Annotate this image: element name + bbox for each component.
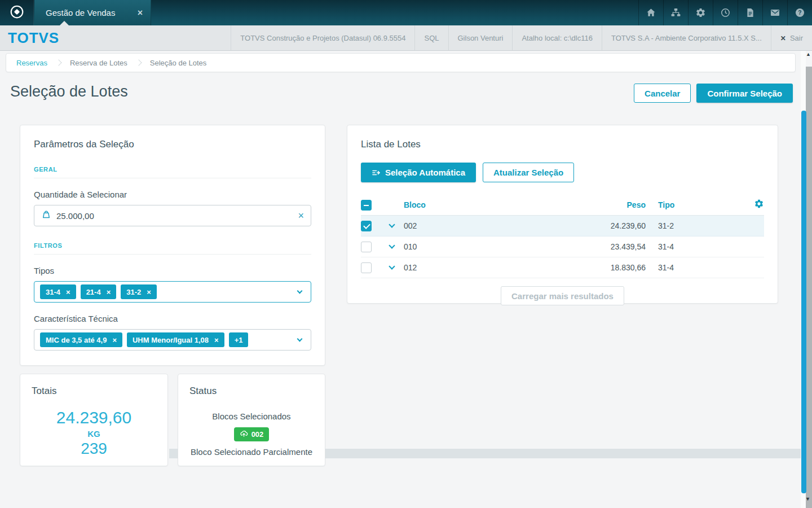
card-title: Parâmetros da Seleção [34, 139, 311, 150]
column-tipo[interactable]: Tipo [646, 200, 742, 209]
scroll-down-arrow-icon[interactable]: ▼ [805, 496, 810, 502]
remove-chip-icon[interactable] [147, 288, 151, 296]
refresh-selection-button[interactable]: Atualizar Seleção [483, 163, 574, 182]
caracteristica-multiselect[interactable]: MIC de 3,5 até 4,9 UHM Menor/Igual 1,08 … [34, 329, 311, 351]
gear-icon [695, 7, 706, 18]
chip-tipo: 21-4 [81, 284, 117, 299]
total-weight: 24.239,60 [32, 408, 156, 427]
topbar: Gestão de Vendas [0, 0, 812, 25]
clock-icon [720, 7, 731, 18]
breadcrumb-reserva-de-lotes[interactable]: Reserva de Lotes [70, 59, 127, 67]
cancel-button[interactable]: Cancelar [634, 84, 691, 103]
header-user[interactable]: Gilson Venturi [448, 25, 513, 50]
documents-button[interactable] [738, 0, 762, 25]
column-peso[interactable]: Peso [572, 200, 646, 209]
section-filters: FILTROS [34, 242, 311, 255]
chevron-down-icon[interactable] [297, 288, 303, 294]
header-database[interactable]: SQL [414, 25, 448, 50]
status-line2: Bloco Selecionado Parcialmente [189, 447, 314, 457]
auto-selection-button[interactable]: Seleção Automática [361, 163, 476, 182]
remove-chip-icon[interactable] [214, 336, 219, 344]
clear-icon[interactable] [298, 210, 304, 222]
breadcrumb-selecao-de-lotes: Seleção de Lotes [150, 59, 206, 67]
section-general: GERAL [34, 166, 311, 178]
totvs-wordmark: TOTVS [8, 29, 59, 47]
header-local-path[interactable]: Atalho local: c:\dlc116 [512, 25, 602, 50]
sitemap-icon [670, 7, 681, 18]
exit-button[interactable]: Sair [771, 25, 812, 50]
header-company[interactable]: TOTVS S.A - Ambiente Corporativo 11.5.X … [602, 25, 771, 50]
status-card: Status Blocos Selecionados 002 Bloco Sel… [178, 374, 325, 466]
chip-carac: MIC de 3,5 até 4,9 [40, 332, 122, 347]
card-title: Lista de Lotes [361, 139, 764, 150]
home-button[interactable] [638, 0, 663, 25]
breadcrumb: Reservas Reserva de Lotes Seleção de Lot… [6, 53, 796, 72]
chevron-right-icon [55, 59, 61, 65]
chip-label: MIC de 3,5 até 4,9 [46, 336, 107, 344]
cell-tipo: 31-4 [646, 263, 742, 272]
select-all-checkbox[interactable] [361, 200, 372, 211]
totals-card: Totais 24.239,60 KG 239 [20, 374, 168, 466]
scroll-up-arrow-icon[interactable]: ▲ [806, 51, 811, 57]
help-button[interactable]: ? [787, 0, 812, 25]
totvs-fluig-logo-icon [10, 5, 24, 21]
document-icon [745, 7, 756, 18]
breadcrumb-reservas[interactable]: Reservas [16, 59, 47, 67]
tab-gestao-de-vendas[interactable]: Gestão de Vendas [34, 0, 151, 25]
history-button[interactable] [713, 0, 738, 25]
quantity-input[interactable]: 25.000,00 [34, 205, 311, 226]
active-tab-indicator [60, 21, 69, 25]
exit-label: Sair [790, 34, 803, 42]
row-checkbox[interactable] [361, 242, 372, 252]
scrollbar-thumb[interactable] [801, 111, 806, 493]
chip-label: UHM Menor/Igual 1,08 [133, 336, 209, 344]
carac-label: Característica Técnica [34, 314, 311, 323]
page-actions: Cancelar Confirmar Seleção [634, 84, 793, 103]
chip-tipo: 31-4 [40, 284, 76, 299]
column-bloco[interactable]: Bloco [404, 200, 572, 209]
auto-selection-label: Seleção Automática [385, 168, 465, 177]
cell-bloco: 010 [404, 242, 572, 251]
help-icon: ? [795, 7, 805, 18]
status-badge-value: 002 [251, 430, 264, 439]
table-settings-gear-icon[interactable] [754, 199, 764, 211]
card-title: Status [189, 386, 314, 397]
app-logo-button[interactable] [0, 0, 34, 25]
tab-close-icon[interactable] [138, 8, 143, 18]
cell-bloco: 002 [404, 221, 572, 230]
topbar-icons: ? [638, 0, 812, 25]
row-checkbox[interactable] [361, 262, 372, 273]
messages-button[interactable] [762, 0, 787, 25]
row-checkbox[interactable] [361, 221, 372, 231]
cell-tipo: 31-2 [646, 221, 742, 230]
remove-chip-icon[interactable] [107, 288, 111, 296]
total-unit: KG [32, 429, 156, 439]
cell-bloco: 012 [404, 263, 572, 272]
expand-row-icon[interactable] [389, 242, 395, 248]
selection-parameters-card: Parâmetros da Seleção GERAL Quantidade à… [20, 125, 325, 366]
close-icon [780, 34, 786, 42]
svg-text:?: ? [798, 10, 801, 16]
table-row[interactable]: 012 18.830,66 31-4 [361, 257, 764, 278]
table-row[interactable]: 002 24.239,60 31-2 [361, 216, 764, 237]
cell-tipo: 31-4 [646, 242, 742, 251]
load-more-button[interactable]: Carregar mais resultados [501, 286, 624, 305]
chevron-down-icon[interactable] [297, 336, 303, 342]
header-environment[interactable]: TOTVS Construção e Projetos (Datasul) 06… [231, 25, 414, 50]
total-count: 239 [32, 440, 156, 458]
chip-label: 31-4 [46, 288, 60, 296]
settings-button[interactable] [688, 0, 713, 25]
chip-tipo: 31-2 [121, 284, 157, 299]
remove-chip-icon[interactable] [66, 288, 70, 296]
expand-row-icon[interactable] [389, 263, 395, 269]
outer-scrollbar-track[interactable] [806, 67, 812, 508]
quantity-label: Quantidade à Selecionar [34, 190, 311, 199]
chip-more-count[interactable]: +1 [229, 332, 249, 347]
confirm-selection-button[interactable]: Confirmar Seleção [696, 84, 793, 103]
remove-chip-icon[interactable] [112, 336, 117, 344]
expand-row-icon[interactable] [389, 221, 395, 227]
cell-peso: 23.439,54 [572, 242, 646, 251]
table-row[interactable]: 010 23.439,54 31-4 [361, 237, 764, 257]
tipos-multiselect[interactable]: 31-4 21-4 31-2 [34, 281, 311, 303]
sitemap-button[interactable] [663, 0, 688, 25]
